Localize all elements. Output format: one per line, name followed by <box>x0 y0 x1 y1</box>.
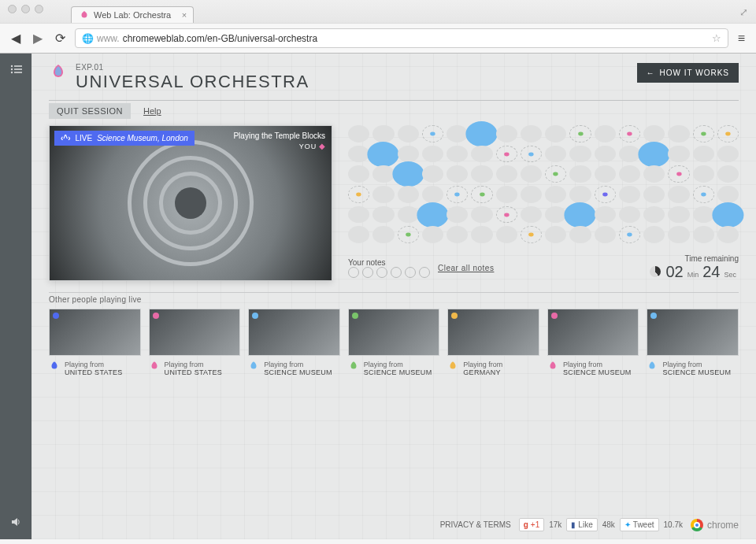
sequencer-note[interactable] <box>712 202 743 227</box>
player-video-thumb[interactable] <box>447 309 539 356</box>
sequencer-cell[interactable] <box>717 206 739 224</box>
sequencer-cell[interactable] <box>398 165 419 183</box>
note-slot[interactable] <box>405 267 416 278</box>
live-video-panel[interactable]: ‹^› LIVE Science Museum, London Playing … <box>49 125 332 281</box>
sequencer-cell[interactable] <box>693 226 714 243</box>
browser-tab[interactable]: Web Lab: Orchestra × <box>71 6 194 23</box>
sequencer-note[interactable] <box>602 192 607 196</box>
sequencer-cell[interactable] <box>693 206 714 224</box>
sequencer-note[interactable] <box>454 192 459 196</box>
sequencer-cell[interactable] <box>569 125 591 142</box>
sequencer-cell[interactable] <box>471 125 492 142</box>
sequencer-cell[interactable] <box>398 125 419 142</box>
player-thumbnail[interactable]: Playing from SCIENCE MUSEUM <box>248 309 340 376</box>
sequencer-cell[interactable] <box>643 146 665 163</box>
sequencer-cell[interactable] <box>643 186 665 203</box>
sequencer-cell[interactable] <box>595 165 616 183</box>
sequencer-cell[interactable] <box>643 206 665 224</box>
sequencer-cell[interactable] <box>693 165 714 183</box>
player-video-thumb[interactable] <box>49 309 141 356</box>
sequencer-note[interactable] <box>528 233 533 237</box>
sequencer-note[interactable] <box>528 152 533 156</box>
sequencer-cell[interactable] <box>496 146 517 163</box>
sequencer-cell[interactable] <box>496 226 517 243</box>
sequencer-cell[interactable] <box>422 165 443 183</box>
sequencer-cell[interactable] <box>521 186 542 203</box>
sequencer-cell[interactable] <box>422 206 443 224</box>
quit-session-button[interactable]: QUIT SESSION <box>49 103 131 119</box>
sequencer-cell[interactable] <box>422 226 443 243</box>
sequencer-cell[interactable] <box>471 226 492 243</box>
sequencer-cell[interactable] <box>471 206 492 224</box>
sequencer-cell[interactable] <box>372 186 394 203</box>
chrome-logo[interactable]: chrome <box>691 519 739 531</box>
sequencer-cell[interactable] <box>496 165 517 183</box>
sequencer-cell[interactable] <box>569 206 591 224</box>
note-slot[interactable] <box>419 267 430 278</box>
sequencer-cell[interactable] <box>447 146 468 163</box>
sequencer-cell[interactable] <box>422 146 443 163</box>
sequencer-cell[interactable] <box>595 226 616 243</box>
sequencer-cell[interactable] <box>643 125 665 142</box>
back-button[interactable]: ◀ <box>8 29 24 47</box>
menu-list-icon[interactable] <box>10 63 22 76</box>
sequencer-cell[interactable] <box>422 186 443 203</box>
sequencer-note[interactable] <box>725 131 730 135</box>
sequencer-cell[interactable] <box>619 226 640 243</box>
sequencer-cell[interactable] <box>717 186 739 203</box>
sequencer-cell[interactable] <box>521 125 542 142</box>
facebook-like-button[interactable]: ▮Like <box>566 518 597 531</box>
sequencer-cell[interactable] <box>521 165 542 183</box>
sequencer-cell[interactable] <box>471 186 492 203</box>
sequencer-note[interactable] <box>504 152 509 156</box>
how-it-works-button[interactable]: ← HOW IT WORKS <box>637 63 739 83</box>
sequencer-cell[interactable] <box>693 146 714 163</box>
sequencer-cell[interactable] <box>447 226 468 243</box>
url-bar[interactable]: 🌐 www.chromeweblab.com/en-GB/universal-o… <box>75 28 728 48</box>
sequencer-cell[interactable] <box>693 186 714 203</box>
sequencer-cell[interactable] <box>619 125 640 142</box>
sequencer-cell[interactable] <box>521 146 542 163</box>
sequencer-cell[interactable] <box>348 165 369 183</box>
sequencer-cell[interactable] <box>595 186 616 203</box>
sequencer-cell[interactable] <box>545 186 566 203</box>
sequencer-cell[interactable] <box>496 186 517 203</box>
sequencer-note[interactable] <box>565 202 596 227</box>
sequencer-cell[interactable] <box>668 165 689 183</box>
player-video-thumb[interactable] <box>248 309 340 356</box>
sequencer-cell[interactable] <box>372 146 394 163</box>
sequencer-cell[interactable] <box>348 226 369 243</box>
sequencer-cell[interactable] <box>717 226 739 243</box>
player-video-thumb[interactable] <box>149 309 241 356</box>
sequencer-note[interactable] <box>406 233 410 237</box>
sequencer-cell[interactable] <box>595 206 616 224</box>
sequencer-note[interactable] <box>417 202 448 227</box>
sequencer-note[interactable] <box>504 213 509 216</box>
sequencer-cell[interactable] <box>372 206 394 224</box>
player-thumbnail[interactable]: Playing from UNITED STATES <box>149 309 241 376</box>
sequencer-cell[interactable] <box>496 206 517 224</box>
sequencer-cell[interactable] <box>496 125 517 142</box>
sequencer-cell[interactable] <box>619 146 640 163</box>
sequencer-cell[interactable] <box>545 165 566 183</box>
sequencer-note[interactable] <box>430 131 435 135</box>
sequencer-cell[interactable] <box>447 186 468 203</box>
sequencer-note[interactable] <box>356 192 361 196</box>
note-slot[interactable] <box>348 267 359 278</box>
sequencer-cell[interactable] <box>471 165 492 183</box>
sequencer-note[interactable] <box>676 172 681 176</box>
sequencer-note[interactable] <box>701 131 706 135</box>
sequencer-note[interactable] <box>392 161 424 186</box>
sequencer-note[interactable] <box>466 121 498 146</box>
player-thumbnail[interactable]: Playing from SCIENCE MUSEUM <box>547 309 639 376</box>
sequencer-cell[interactable] <box>372 125 394 142</box>
sequencer-cell[interactable] <box>398 146 419 163</box>
sequencer-cell[interactable] <box>643 165 665 183</box>
sequencer-cell[interactable] <box>348 206 369 224</box>
sequencer-cell[interactable] <box>521 226 542 243</box>
sequencer-cell[interactable] <box>717 125 739 142</box>
google-plus-one-button[interactable]: g+1 <box>519 518 545 531</box>
sequencer-cell[interactable] <box>668 146 689 163</box>
close-window-icon[interactable] <box>8 5 17 13</box>
volume-icon[interactable] <box>10 516 21 530</box>
